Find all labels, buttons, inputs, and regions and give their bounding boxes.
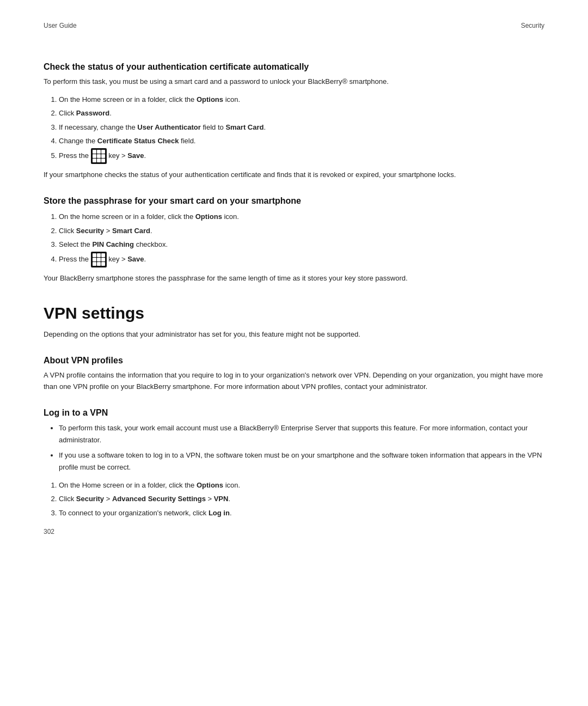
list-item: Click Security > Smart Card. [59, 224, 544, 237]
step3-bold1: User Authenticator [137, 123, 201, 131]
bullet2-text: If you use a software token to log in to… [59, 451, 542, 471]
step5-bold: Save [127, 151, 144, 160]
list-item: On the Home screen or in a folder, click… [59, 93, 544, 106]
list-item: Press the key > Save. [59, 252, 544, 267]
s2-step3-after: checkbox. [134, 240, 168, 248]
section2-title: Store the passphrase for your smart card… [44, 196, 544, 206]
s2-step2-before: Click [59, 227, 76, 235]
s2-step2-middle: > [104, 227, 112, 235]
s2-step2-bold1: Security [76, 227, 104, 235]
step3-text-before: If necessary, change the [59, 123, 137, 131]
s2-step4-after: key > [108, 255, 127, 263]
s2-step1-after: icon. [222, 212, 239, 221]
list-item: To perform this task, your work email ac… [59, 422, 544, 446]
step4-bold: Certificate Status Check [97, 137, 179, 145]
s2-step4-end: . [144, 255, 146, 263]
step5-text-after: key > [108, 151, 127, 160]
list-item: If necessary, change the User Authentica… [59, 121, 544, 133]
step5-text-before: Press the [59, 151, 91, 160]
section2-steps: On the home screen or in a folder, click… [59, 210, 544, 267]
vpn-step2-middle1: > [104, 495, 112, 503]
s2-step2-after: . [150, 227, 152, 235]
step5-text-end: . [144, 151, 146, 160]
list-item: Click Password. [59, 107, 544, 119]
menu-key-icon [91, 148, 107, 164]
page-number: 302 [44, 528, 54, 535]
s2-step2-bold2: Smart Card [112, 227, 150, 235]
vpn-step1-bold: Options [197, 481, 223, 489]
list-item: On the Home screen or in a folder, click… [59, 479, 544, 491]
vpn-step2-after: . [228, 495, 230, 503]
vpn-step1-after: icon. [223, 481, 240, 489]
step1-text-after: icon. [223, 95, 240, 104]
s2-step1-bold: Options [195, 212, 222, 221]
step1-text-before: On the Home screen or in a folder, click… [59, 95, 197, 104]
step1-bold: Options [197, 95, 223, 104]
list-item: Press the key > Save. [59, 148, 544, 164]
vpn-step2-middle2: > [206, 495, 214, 503]
section1-steps: On the Home screen or in a folder, click… [59, 93, 544, 165]
list-item: If you use a software token to log in to… [59, 449, 544, 473]
step3-bold2: Smart Card [225, 123, 264, 131]
vpn-step2-bold1: Security [76, 495, 104, 503]
s2-step4-before: Press the [59, 255, 91, 263]
vpn-step2-bold2: Advanced Security Settings [112, 495, 206, 503]
page: User Guide Security Check the status of … [0, 0, 588, 557]
step4-text-before: Change the [59, 137, 97, 145]
vpn-step3-before: To connect to your organization's networ… [59, 509, 209, 517]
vpn-step2-bold3: VPN [214, 495, 229, 503]
menu-key-icon-2 [91, 252, 107, 267]
login-vpn-title: Log in to a VPN [44, 408, 544, 418]
section1-intro: To perform this task, you must be using … [44, 76, 544, 88]
list-item: Change the Certificate Status Check fiel… [59, 135, 544, 147]
s2-step3-bold: PIN Caching [92, 240, 134, 248]
s2-step3-before: Select the [59, 240, 92, 248]
header-left: User Guide [44, 22, 77, 29]
vpn-step3-after: . [230, 509, 232, 517]
list-item: Click Security > Advanced Security Setti… [59, 492, 544, 505]
step2-text-after: . [109, 109, 112, 117]
section2-note: Your BlackBerry smartphone stores the pa… [44, 273, 544, 284]
s2-step4-bold: Save [127, 255, 144, 263]
step2-text-before: Click [59, 109, 76, 117]
vpn-step1-before: On the Home screen or in a folder, click… [59, 481, 197, 489]
step3-text-after: . [264, 123, 266, 131]
section1-title: Check the status of your authentication … [44, 62, 544, 72]
list-item: On the home screen or in a folder, click… [59, 210, 544, 223]
list-item: Select the PIN Caching checkbox. [59, 238, 544, 251]
page-header: User Guide Security [44, 22, 544, 29]
header-right: Security [521, 22, 544, 29]
vpn-section-title: VPN settings [44, 304, 544, 322]
login-vpn-bullets: To perform this task, your work email ac… [59, 422, 544, 473]
step2-bold: Password [76, 109, 109, 117]
bullet1-text: To perform this task, your work email ac… [59, 424, 528, 444]
section1-note: If your smartphone checks the status of … [44, 169, 544, 181]
about-vpn-title: About VPN profiles [44, 356, 544, 366]
s2-step1-before: On the home screen or in a folder, click… [59, 212, 195, 221]
vpn-step2-before: Click [59, 495, 76, 503]
vpn-intro: Depending on the options that your admin… [44, 329, 544, 340]
step3-text-middle: field to [201, 123, 226, 131]
vpn-step3-bold: Log in [209, 509, 230, 517]
page-footer: 302 [44, 528, 54, 535]
list-item: To connect to your organization's networ… [59, 507, 544, 519]
step4-text-after: field. [179, 137, 195, 145]
about-vpn-text: A VPN profile contains the information t… [44, 370, 544, 393]
login-vpn-steps: On the Home screen or in a folder, click… [59, 479, 544, 519]
